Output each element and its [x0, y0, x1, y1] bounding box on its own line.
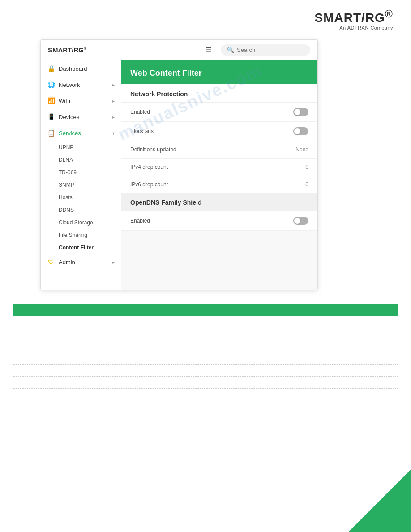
field-ipv4-drop-count: IPv4 drop count 0: [121, 159, 317, 176]
field-ipv6-drop-count: IPv6 drop count 0: [121, 176, 317, 193]
table-row: [13, 316, 398, 328]
sidebar: 🔒 Dashboard 🌐 Network ▸ 📶 WiFi ▸ 📱 Devic…: [41, 60, 121, 290]
dashboard-icon: 🔒: [47, 65, 55, 72]
definitions-updated-value: None: [295, 146, 308, 153]
search-icon: 🔍: [227, 47, 234, 53]
company-subtitle: An ADTRAN Company: [339, 25, 393, 30]
chevron-right-icon: ▸: [112, 82, 115, 87]
ipv6-drop-count-value: 0: [305, 181, 308, 188]
table-col-right: [94, 368, 398, 373]
sidebar-item-dashboard[interactable]: 🔒 Dashboard: [41, 60, 121, 77]
devices-icon: 📱: [47, 113, 55, 120]
sidebar-label-wifi: WiFi: [59, 98, 70, 104]
screenshot-area: manualsnive.com SMART/RG® ☰ 🔍 🔒 Dashboar…: [40, 39, 354, 290]
sidebar-brand: SMART/RG®: [48, 46, 86, 54]
field-enabled: Enabled: [121, 103, 317, 122]
opendns-section-header: OpenDNS Family Shield: [121, 193, 317, 211]
opendns-enabled-label: Enabled: [130, 218, 293, 224]
table-col-right: [94, 343, 398, 349]
table-row: [13, 352, 398, 365]
sidebar-label-network: Network: [59, 82, 80, 88]
chevron-right-icon: ▸: [112, 115, 115, 120]
table-row: [13, 328, 398, 340]
table-header-bar: [13, 304, 398, 316]
company-logo-block: SMART/RG® An ADTRAN Company: [314, 8, 393, 30]
page-header: SMART/RG® An ADTRAN Company: [0, 0, 411, 35]
hamburger-menu-icon[interactable]: ☰: [206, 46, 212, 54]
field-opendns-enabled: Enabled: [121, 211, 317, 231]
bottom-table-area: [13, 304, 398, 389]
block-ads-toggle[interactable]: [293, 127, 308, 135]
search-input[interactable]: [237, 47, 300, 53]
sidebar-subitem-ddns[interactable]: DDNS: [41, 204, 121, 216]
ui-window: SMART/RG® ☰ 🔍 🔒 Dashboard 🌐 Network ▸: [40, 39, 318, 290]
sidebar-item-admin[interactable]: 🛡 Admin ▸: [41, 254, 121, 270]
table-col-left: [13, 319, 94, 325]
triangle-decoration: [348, 469, 411, 532]
main-layout: 🔒 Dashboard 🌐 Network ▸ 📶 WiFi ▸ 📱 Devic…: [41, 60, 317, 290]
sidebar-subitem-content-filter[interactable]: Content Filter: [41, 241, 121, 254]
services-icon: 📋: [47, 129, 55, 137]
opendns-section-title: OpenDNS Family Shield: [130, 199, 308, 206]
ipv4-drop-count-label: IPv4 drop count: [130, 164, 305, 170]
sidebar-label-dashboard: Dashboard: [59, 65, 87, 72]
table-col-right: [94, 356, 398, 361]
field-block-ads: Block ads: [121, 122, 317, 141]
sidebar-subitem-file-sharing[interactable]: File Sharing: [41, 229, 121, 241]
table-col-left: [13, 331, 94, 337]
block-ads-label: Block ads: [130, 128, 293, 134]
sidebar-item-network[interactable]: 🌐 Network ▸: [41, 77, 121, 93]
table-rows: [13, 316, 398, 389]
content-body: Network Protection Enabled Block ads Def…: [121, 84, 317, 290]
sidebar-label-services: Services: [59, 130, 81, 137]
sidebar-item-devices[interactable]: 📱 Devices ▸: [41, 109, 121, 125]
table-col-right: [94, 319, 398, 325]
network-protection-section: Network Protection Enabled Block ads Def…: [121, 84, 317, 193]
top-navigation-bar: SMART/RG® ☰ 🔍: [41, 40, 317, 60]
sidebar-subitem-cloud-storage[interactable]: Cloud Storage: [41, 216, 121, 229]
opendns-section: Enabled: [121, 211, 317, 231]
search-bar[interactable]: 🔍: [221, 44, 310, 56]
table-col-right: [94, 380, 398, 385]
chevron-right-icon: ▸: [112, 99, 115, 103]
sidebar-subitem-tr069[interactable]: TR-069: [41, 166, 121, 179]
table-row: [13, 340, 398, 352]
table-col-left: [13, 380, 94, 385]
table-row: [13, 365, 398, 377]
sidebar-label-admin: Admin: [59, 259, 75, 266]
chevron-down-icon: ▾: [112, 131, 115, 136]
company-brand: SMART/RG®: [314, 8, 393, 25]
sidebar-item-services[interactable]: 📋 Services ▾: [41, 125, 121, 141]
sidebar-item-wifi[interactable]: 📶 WiFi ▸: [41, 93, 121, 109]
enabled-toggle[interactable]: [293, 108, 308, 116]
table-col-left: [13, 356, 94, 361]
page-title: Web Content Filter: [130, 69, 308, 78]
chevron-right-icon: ▸: [112, 260, 115, 265]
table-row: [13, 377, 398, 389]
opendns-enabled-toggle[interactable]: [293, 217, 308, 225]
ipv4-drop-count-value: 0: [305, 164, 308, 170]
sidebar-subitem-snmp[interactable]: SNMP: [41, 179, 121, 191]
wifi-icon: 📶: [47, 97, 55, 104]
table-col-left: [13, 343, 94, 349]
definitions-updated-label: Definitions updated: [130, 146, 295, 153]
sidebar-subitem-upnp[interactable]: UPNP: [41, 141, 121, 154]
sidebar-subitem-dlna[interactable]: DLNA: [41, 154, 121, 166]
content-area: Web Content Filter Network Protection En…: [121, 60, 317, 290]
field-definitions-updated: Definitions updated None: [121, 141, 317, 159]
services-submenu: UPNP DLNA TR-069 SNMP Hosts DDNS Cloud S…: [41, 141, 121, 254]
ipv6-drop-count-label: IPv6 drop count: [130, 181, 305, 188]
sidebar-label-devices: Devices: [59, 114, 79, 120]
table-col-right: [94, 331, 398, 337]
admin-icon: 🛡: [47, 258, 55, 266]
network-icon: 🌐: [47, 81, 55, 88]
enabled-label: Enabled: [130, 109, 293, 115]
table-col-left: [13, 368, 94, 373]
sidebar-subitem-hosts[interactable]: Hosts: [41, 191, 121, 204]
network-protection-title: Network Protection: [121, 84, 317, 102]
content-header: Web Content Filter: [121, 60, 317, 84]
